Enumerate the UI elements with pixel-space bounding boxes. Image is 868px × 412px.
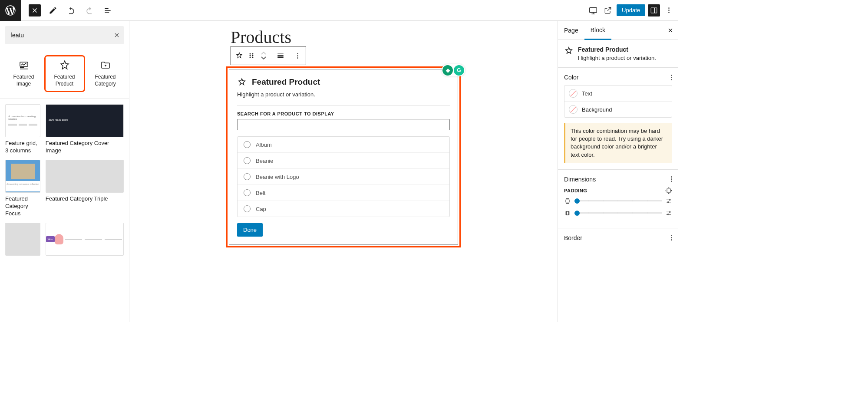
grammarly-widget[interactable]: ◆ G: [442, 64, 465, 76]
more-vertical-icon: [668, 7, 670, 13]
pattern-thumbnail: Woo: [46, 223, 124, 256]
padding-label: PADDING: [564, 188, 587, 193]
pattern-woo[interactable]: Woo: [46, 223, 124, 258]
svg-point-6: [252, 53, 254, 55]
pattern-featured-category-focus[interactable]: Announcing our newest collection Feature…: [5, 160, 40, 218]
product-list: Album Beanie Beanie with Logo Belt Cap: [237, 136, 450, 217]
block-label: Featured Product: [47, 74, 82, 87]
settings-sidebar-button[interactable]: [648, 4, 660, 16]
done-button[interactable]: Done: [237, 223, 263, 237]
preview-button[interactable]: [602, 4, 614, 16]
color-background-button[interactable]: Background: [564, 102, 672, 117]
padding-horizontal-icon: [564, 210, 571, 217]
product-option[interactable]: Beanie with Logo: [238, 169, 449, 185]
svg-point-17: [667, 201, 669, 203]
svg-rect-11: [277, 54, 284, 55]
product-name: Album: [256, 142, 272, 148]
color-heading: Color: [564, 74, 578, 81]
svg-point-10: [252, 57, 254, 58]
sidebar-block-desc: Highlight a product or variation.: [578, 55, 672, 61]
pencil-icon: [49, 6, 57, 15]
color-label: Text: [582, 90, 592, 97]
product-option[interactable]: Cap: [238, 201, 449, 217]
block-type-button[interactable]: [235, 52, 243, 59]
product-name: Cap: [256, 206, 266, 212]
svg-point-16: [669, 199, 670, 201]
view-button[interactable]: [587, 4, 599, 16]
tab-page[interactable]: Page: [558, 21, 584, 40]
page-title[interactable]: Products: [231, 27, 461, 47]
undo-button[interactable]: [65, 4, 77, 16]
block-description: Highlight a product or variation.: [237, 91, 450, 106]
editor-canvas[interactable]: Products: [129, 21, 558, 322]
block-options-button[interactable]: [294, 52, 301, 59]
undo-icon: [67, 6, 76, 15]
desktop-icon: [588, 6, 598, 15]
pattern-label: Featured Category Cover Image: [46, 140, 124, 155]
drag-handle[interactable]: [248, 52, 255, 59]
redo-button[interactable]: [83, 4, 96, 16]
tab-block[interactable]: Block: [584, 21, 611, 40]
sidebar-icon: [650, 7, 658, 14]
align-button[interactable]: [277, 52, 284, 59]
tools-button[interactable]: [47, 4, 59, 16]
block-toolbar: [231, 46, 306, 65]
grammarly-g-icon: G: [454, 65, 464, 76]
pattern-thumbnail: [46, 160, 124, 193]
svg-point-19: [669, 211, 670, 213]
color-text-button[interactable]: Text: [564, 86, 672, 102]
move-up-button[interactable]: [260, 51, 267, 56]
product-option[interactable]: Beanie: [238, 153, 449, 169]
options-button[interactable]: [663, 4, 675, 16]
padding-horizontal-slider[interactable]: [574, 212, 662, 214]
dimensions-options-button[interactable]: [671, 176, 672, 182]
sidebar-block-title: Featured Product: [578, 46, 672, 53]
dimensions-heading: Dimensions: [564, 176, 596, 183]
pattern-featured-category-cover[interactable]: 100% natural denim Featured Category Cov…: [46, 104, 124, 155]
pattern-feature-grid[interactable]: A passion for creating spaces Feature gr…: [5, 104, 40, 155]
pattern-label: Feature grid, 3 columns: [5, 140, 40, 155]
pattern-thumbnail: 100% natural denim: [46, 104, 124, 137]
settings-sliders-icon[interactable]: [665, 210, 672, 217]
close-inserter-button[interactable]: [29, 4, 41, 16]
svg-rect-4: [20, 69, 28, 69]
close-sidebar-button[interactable]: [667, 27, 674, 34]
close-icon: [667, 27, 674, 34]
chevron-down-icon: [261, 56, 267, 60]
wp-logo[interactable]: [0, 0, 21, 21]
pattern-featured-category-triple[interactable]: Featured Category Triple: [46, 160, 124, 218]
pattern-veg[interactable]: [5, 223, 40, 258]
move-down-button[interactable]: [260, 56, 267, 60]
color-options-button[interactable]: [671, 75, 672, 80]
star-icon: [237, 77, 247, 87]
radio-icon: [244, 157, 251, 164]
wordpress-icon: [4, 4, 17, 16]
border-options-button[interactable]: [671, 235, 672, 241]
color-contrast-notice: This color combination may be hard for p…: [564, 123, 672, 163]
product-option[interactable]: Album: [238, 137, 449, 153]
update-button[interactable]: Update: [617, 4, 645, 16]
svg-point-5: [250, 53, 251, 55]
star-icon: [59, 60, 70, 70]
block-search-input[interactable]: [5, 26, 124, 44]
grammarly-shield-icon: ◆: [442, 65, 453, 76]
svg-rect-15: [566, 200, 569, 202]
close-icon: [113, 32, 120, 39]
product-search-input[interactable]: [237, 119, 450, 130]
radio-icon: [244, 173, 251, 180]
clear-search-button[interactable]: [113, 32, 120, 39]
radio-icon: [244, 205, 251, 212]
block-result-featured-category[interactable]: Featured Category: [86, 56, 125, 91]
settings-sliders-icon[interactable]: [665, 198, 672, 204]
block-result-featured-product[interactable]: Featured Product: [46, 56, 84, 91]
block-heading: Featured Product: [252, 77, 320, 87]
unlink-sides-button[interactable]: [665, 187, 672, 194]
padding-vertical-slider[interactable]: [574, 200, 662, 201]
border-heading: Border: [564, 234, 582, 241]
product-option[interactable]: Belt: [238, 185, 449, 201]
block-result-featured-image[interactable]: Featured Image: [5, 56, 43, 91]
document-overview-button[interactable]: [102, 4, 114, 16]
svg-point-9: [250, 57, 251, 58]
padding-vertical-icon: [564, 198, 571, 204]
featured-product-block[interactable]: Featured Product Highlight a product or …: [229, 69, 458, 245]
